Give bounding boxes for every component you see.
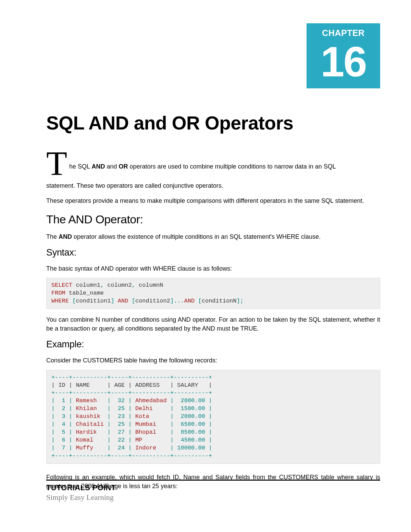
text: 32 [118, 397, 125, 404]
text: table_name [65, 290, 104, 296]
text: 24 [118, 445, 125, 451]
text: | [167, 437, 181, 443]
intro-line-2: statement. These two operators are calle… [46, 181, 380, 190]
text: 1500.00 [181, 405, 205, 412]
text: conditionN [202, 298, 237, 304]
text: | [104, 421, 118, 428]
text: Bhopal [135, 429, 167, 435]
intro-line-3: These operators provide a means to make … [46, 196, 380, 205]
text: | [51, 405, 62, 412]
intro-paragraph: T he SQL AND and OR operators are used t… [46, 148, 380, 171]
text: | [65, 413, 76, 420]
punct: ]... [170, 298, 184, 304]
text: Kota [135, 413, 167, 420]
text: | [51, 437, 62, 443]
text: Chaitali [76, 421, 104, 428]
text: 2000.00 [181, 397, 205, 404]
text: Muffy [76, 445, 104, 451]
text: | [205, 421, 212, 428]
text: | [65, 429, 76, 435]
text: and [105, 163, 119, 170]
text: | [51, 429, 62, 435]
text: columnN [135, 282, 167, 288]
kw: AND [184, 298, 198, 304]
and-heading: The AND Operator: [46, 213, 380, 226]
example-desc: Consider the CUSTOMERS table having the … [46, 356, 380, 365]
text: | [104, 429, 118, 435]
text: | [65, 437, 76, 443]
text: 6500.00 [181, 421, 205, 428]
text: 25 [118, 421, 125, 428]
text: Ahmedabad [135, 397, 167, 404]
text: column2 [104, 282, 132, 288]
text: | [205, 405, 212, 412]
text: Khilan [76, 405, 104, 412]
punct: ] [111, 298, 114, 304]
text: | [125, 405, 135, 412]
text: | [125, 397, 135, 404]
text: | [167, 421, 181, 428]
text: | [65, 421, 76, 428]
text: | [125, 421, 135, 428]
text: Komal [76, 437, 104, 443]
text: | [104, 445, 118, 451]
text: The [46, 233, 59, 240]
text: | [205, 445, 212, 451]
syntax-desc: The basic syntax of AND operator with WH… [46, 264, 380, 273]
text: operators are used to combine multiple c… [128, 163, 336, 170]
punct: [ [132, 298, 135, 304]
text: | [125, 437, 135, 443]
kw: SELECT [51, 282, 72, 288]
footer-divider [46, 480, 380, 481]
bold-and: AND [59, 233, 72, 240]
text: | [205, 397, 212, 404]
punct: [ [72, 298, 76, 304]
text: | [167, 397, 181, 404]
and-desc: The AND operator allows the existence of… [46, 232, 380, 241]
text: Mumbai [135, 421, 167, 428]
text: | [51, 421, 62, 428]
text: | [205, 429, 212, 435]
kw: AND [114, 298, 132, 304]
text: Ramesh [76, 397, 104, 404]
dropcap: T [46, 150, 67, 176]
punct: , [132, 282, 135, 288]
syntax-heading: Syntax: [46, 247, 380, 258]
text: | [51, 445, 62, 451]
text: column1 [72, 282, 100, 288]
footer-subtitle: Simply Easy Learning [46, 493, 380, 502]
text: 4500.00 [181, 437, 205, 443]
text: | [104, 397, 118, 404]
text: | [205, 437, 212, 443]
punct: , [100, 282, 104, 288]
text: 23 [118, 413, 125, 420]
text: | [51, 413, 62, 420]
syntax-code: SELECT column1, column2, columnN FROM ta… [46, 278, 380, 309]
text: +----+----------+-----+-----------+-----… [51, 374, 212, 381]
intro-line-1: he SQL AND and OR operators are used to … [46, 148, 380, 171]
text: | [104, 405, 118, 412]
bold-or: OR [119, 163, 128, 170]
text: +----+----------+-----+-----------+-----… [51, 389, 212, 396]
text: | ID | NAME | AGE | ADDRESS | SALARY | [51, 382, 212, 388]
text: 2 [62, 405, 65, 412]
chapter-label: CHAPTER [307, 28, 380, 38]
example-heading: Example: [46, 339, 380, 350]
text: 27 [118, 429, 125, 435]
text: 10000.00 [177, 445, 205, 451]
text: kaushik [76, 413, 104, 420]
footer-title: TUTORIALS POINT [46, 483, 380, 492]
text: 5 [62, 429, 65, 435]
text: | [125, 413, 135, 420]
text: | [167, 405, 181, 412]
text: | [167, 429, 181, 435]
text: MP [135, 437, 167, 443]
text: | [104, 437, 118, 443]
text: 22 [118, 437, 125, 443]
text: Indore [135, 445, 167, 451]
text: | [167, 445, 177, 451]
bold-and: AND [91, 163, 105, 170]
text: 4 [62, 421, 65, 428]
text: 8500.00 [181, 429, 205, 435]
table-code: +----+----------+-----+-----------+-----… [46, 370, 380, 464]
